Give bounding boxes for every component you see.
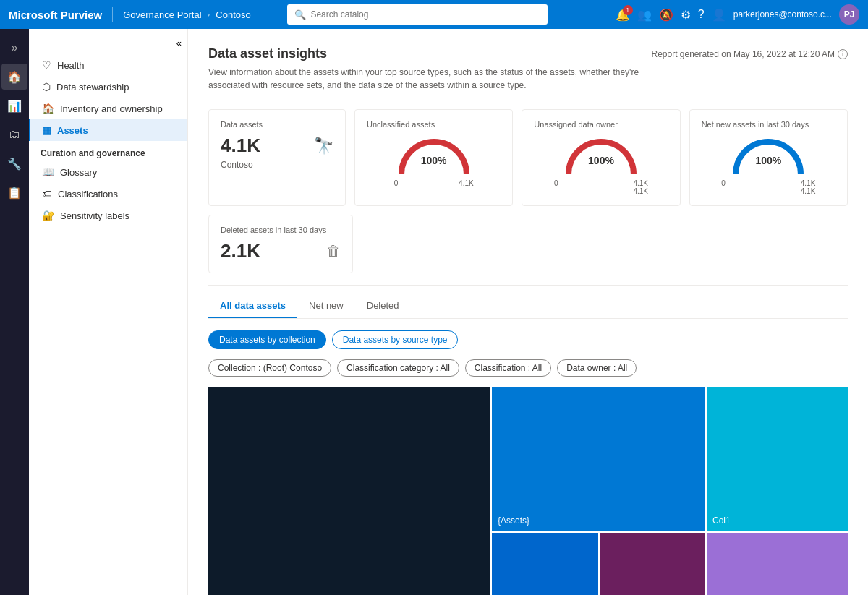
tab-net-new[interactable]: Net new [297,294,355,318]
sidebar-label-stewardship: Data stewardship [56,82,129,93]
toggle-by-source[interactable]: Data assets by source type [332,330,459,349]
unclassified-card: Unclassified assets 100% 0 4.1K [354,109,513,206]
treemap-col2[interactable]: Col2 [492,533,598,595]
toggle-by-collection[interactable]: Data assets by collection [208,330,326,349]
unassigned-ticks: 0 4.1K 4.1K [554,179,648,195]
page-header: Data asset insights View information abo… [208,46,848,96]
app-body: » 🏠 📊 🗂 🔧 📋 « ♡ Health ⬡ Data stewardshi… [0,29,868,595]
treemap-mid-bottom: Col2 entitytestmove2 [492,533,705,595]
rail-expand[interactable]: » [1,35,27,61]
notification-icon[interactable]: 🔔 1 [616,8,630,22]
sidebar-collapse-btn[interactable]: « [29,35,187,54]
tab-deleted[interactable]: Deleted [355,294,411,318]
tick-min-2: 0 [554,179,558,195]
unassigned-label: Unassigned data owner [534,120,618,129]
user-icon[interactable]: 👤 [712,8,726,22]
sidebar-item-health[interactable]: ♡ Health [29,54,187,76]
toggle-row: Data assets by collection Data assets by… [208,330,848,349]
data-assets-label: Data assets [221,120,333,129]
section-divider [208,285,848,286]
glossary-icon: 📖 [42,166,54,178]
rail-policy[interactable]: 📋 [1,179,27,205]
assets-icon: ▦ [42,124,51,136]
data-assets-value: 4.1K [221,134,260,157]
filter-collection[interactable]: Collection : (Root) Contoso [208,359,331,377]
tick-max-top-3: 4.1K [801,179,816,187]
filter-classification[interactable]: Classification : All [465,359,551,377]
sidebar-label-glossary: Glossary [60,167,97,178]
page-subtitle: View information about the assets within… [208,66,651,92]
tick-max-top-2: 4.1K [633,179,648,187]
app-logo: Microsoft Purview [9,9,102,21]
tick-min: 0 [394,179,399,187]
help-icon[interactable]: ? [698,8,705,21]
tab-all-data-assets[interactable]: All data assets [208,294,297,318]
page-header-left: Data asset insights View information abo… [208,46,651,96]
unclassified-label: Unclassified assets [367,120,435,129]
sidebar-item-sensitivity[interactable]: 🔐 Sensitivity labels [29,205,187,226]
treemap-right: Col1 entitytestm... [707,387,848,595]
portal-label: Governance Portal [123,9,201,20]
net-new-pct: 100% [755,155,781,166]
sidebar-item-assets[interactable]: ▦ Assets [29,119,187,141]
people-icon[interactable]: 👥 [637,8,652,22]
rail-insights[interactable]: 📊 [1,93,27,119]
gear-icon[interactable]: ⚙ [681,8,691,22]
tenant-label: Contoso [216,9,250,20]
unassigned-pct: 100% [588,155,614,166]
filter-classification-cat[interactable]: Classification category : All [337,359,459,377]
sidebar-item-glossary[interactable]: 📖 Glossary [29,161,187,183]
classifications-icon: 🏷 [42,188,52,200]
tick-min-3: 0 [721,179,726,195]
net-new-ticks: 0 4.1K 4.1K [721,179,815,195]
assets-label: {Assets} [498,515,529,526]
tabs-row: All data assets Net new Deleted [208,294,848,319]
filters-row: Collection : (Root) Contoso Classificati… [208,359,848,377]
topbar-divider [112,7,113,22]
breadcrumb-arrow: › [208,10,210,19]
unclassified-pct: 100% [421,155,447,166]
treemap-col1[interactable]: Col1 [707,387,848,531]
search-input[interactable] [310,9,540,20]
trash-icon: 🗑 [326,243,341,260]
sidebar-label-assets: Assets [57,125,88,136]
treemap-master[interactable]: MasterCollection [208,387,490,595]
unassigned-card: Unassigned data owner 100% 0 4.1K 4.1K [522,109,680,206]
info-icon: i [838,49,848,59]
rail-home[interactable]: 🏠 [1,64,27,90]
user-email: parkerjones@contoso.c... [733,9,832,20]
deleted-value: 2.1K [221,240,260,262]
sidebar-item-inventory[interactable]: 🏠 Inventory and ownership [29,98,187,119]
stewardship-icon: ⬡ [42,81,51,93]
sidebar-item-data-stewardship[interactable]: ⬡ Data stewardship [29,76,187,98]
sidebar: « ♡ Health ⬡ Data stewardship 🏠 Inventor… [29,29,188,595]
summary-cards-row: Data assets 4.1K 🔭 Contoso Unclassified … [208,109,848,206]
health-icon: ♡ [42,59,51,71]
unassigned-gauge: 100% [561,134,641,176]
inventory-icon: 🏠 [42,103,54,114]
treemap-entity2[interactable]: entitytestmove2 [600,533,706,595]
treemap-mid: {Assets} Col2 entitytestmove2 [492,387,705,595]
sidebar-label-sensitivity: Sensitivity labels [60,210,129,221]
treemap: MasterCollection {Assets} Col2 entitytes… [208,387,848,595]
main-content: Data asset insights View information abo… [188,29,868,595]
net-new-card: Net new assets in last 30 days 100% 0 4.… [689,109,848,206]
filter-data-owner[interactable]: Data owner : All [557,359,637,377]
treemap-entitym[interactable]: entitytestm... [707,533,848,595]
rail-manage[interactable]: 🔧 [1,150,27,176]
unclassified-gauge: 100% [394,134,474,176]
unclassified-ticks: 0 4.1K [394,179,474,187]
bell-icon[interactable]: 🔕 [659,8,673,22]
deleted-card: Deleted assets in last 30 days 2.1K 🗑 [208,215,353,273]
search-icon: 🔍 [294,9,306,20]
sidebar-item-classifications[interactable]: 🏷 Classifications [29,183,187,205]
data-assets-card: Data assets 4.1K 🔭 Contoso [208,109,346,206]
data-assets-sub: Contoso [221,160,333,170]
avatar[interactable]: PJ [839,4,859,25]
deleted-row: Deleted assets in last 30 days 2.1K 🗑 [208,215,848,273]
curation-group-label: Curation and governance [29,141,187,161]
treemap-assets[interactable]: {Assets} [492,387,705,531]
search-bar[interactable]: 🔍 [287,4,548,25]
rail-catalog[interactable]: 🗂 [1,121,27,147]
sidebar-label-inventory: Inventory and ownership [60,103,163,114]
